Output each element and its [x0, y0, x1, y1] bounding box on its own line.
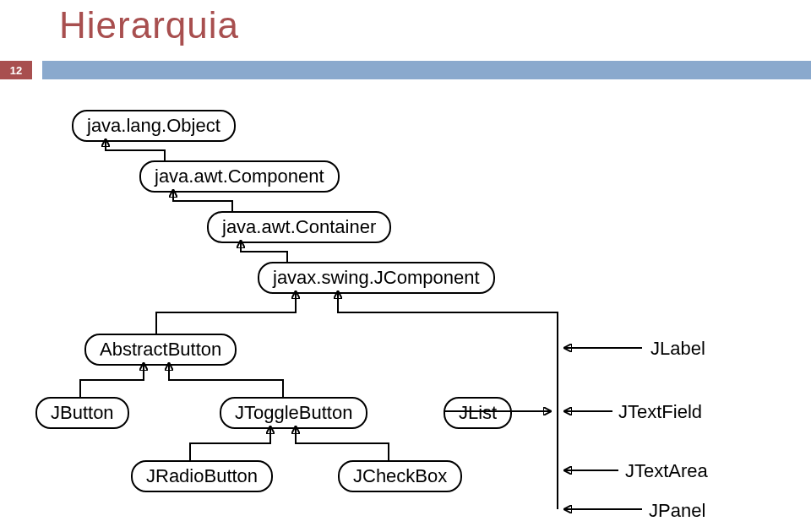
- node-container: java.awt.Container: [207, 211, 391, 243]
- leaf-jtextarea: JTextArea: [625, 460, 708, 482]
- node-jtogglebutton: JToggleButton: [220, 397, 367, 429]
- node-abstractbutton: AbstractButton: [84, 334, 237, 366]
- node-jcomponent: javax.swing.JComponent: [258, 262, 495, 294]
- node-object: java.lang.Object: [72, 110, 236, 142]
- leaf-jpanel: JPanel: [649, 500, 705, 522]
- node-jcheckbox: JCheckBox: [338, 460, 462, 492]
- divider-bar: [42, 61, 811, 79]
- page-number-badge: 12: [0, 61, 32, 79]
- node-jlist: JList: [444, 397, 512, 429]
- leaf-jtextfield: JTextField: [618, 401, 702, 423]
- node-jradiobutton: JRadioButton: [131, 460, 273, 492]
- node-jbutton: JButton: [35, 397, 129, 429]
- slide-title: Hierarquia: [59, 4, 239, 46]
- leaf-jlabel: JLabel: [650, 338, 705, 360]
- node-component: java.awt.Component: [139, 160, 340, 193]
